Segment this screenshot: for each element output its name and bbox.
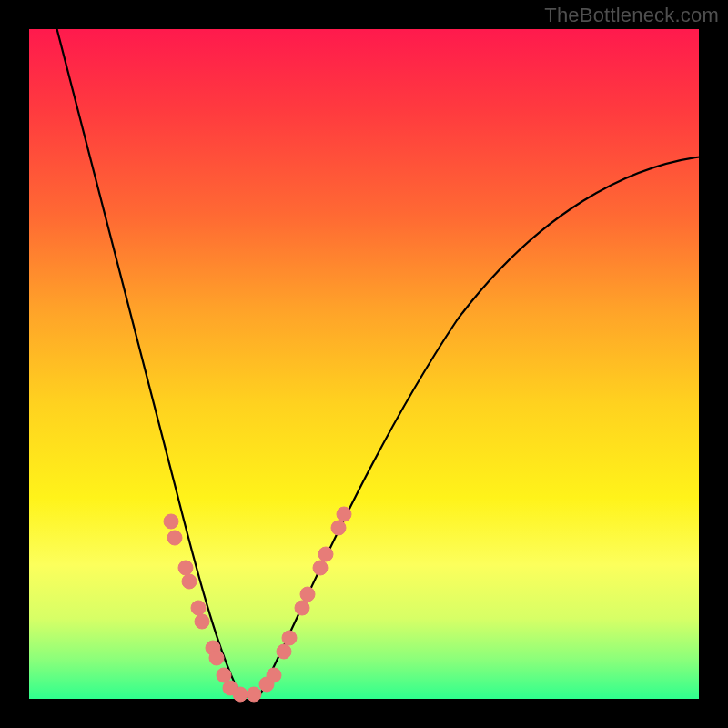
marker-dot <box>217 668 231 682</box>
chart-frame: TheBottleneck.com <box>0 0 728 728</box>
marker-dot <box>277 644 291 659</box>
curve-right <box>260 157 703 694</box>
marker-dot <box>247 687 261 702</box>
marker-dot <box>331 521 346 535</box>
marker-group <box>164 507 351 702</box>
marker-dot <box>233 687 248 702</box>
marker-dot <box>195 614 209 629</box>
marker-dot <box>178 561 193 575</box>
marker-dot <box>313 561 328 575</box>
marker-dot <box>167 531 182 545</box>
marker-dot <box>164 514 178 529</box>
marker-dot <box>337 507 351 521</box>
marker-dot <box>182 574 197 589</box>
marker-dot <box>282 631 297 645</box>
marker-dot <box>267 668 281 682</box>
watermark-label: TheBottleneck.com <box>544 4 719 27</box>
marker-dot <box>300 587 315 602</box>
marker-dot <box>191 601 206 615</box>
marker-dot <box>209 651 224 665</box>
curve-left <box>56 24 240 694</box>
plot-area <box>29 29 699 699</box>
chart-svg <box>29 29 699 699</box>
marker-dot <box>295 601 309 615</box>
marker-dot <box>318 547 333 561</box>
